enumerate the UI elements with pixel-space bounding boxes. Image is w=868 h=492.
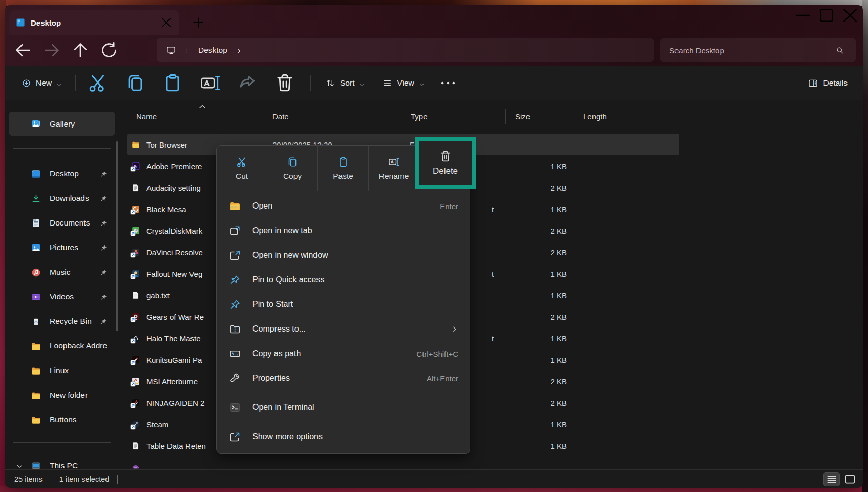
- sidebar-item-linux[interactable]: Linux: [9, 358, 115, 383]
- details-button-label: Details: [823, 78, 848, 88]
- tab-title: Desktop: [31, 18, 160, 27]
- forward-button[interactable]: [41, 40, 62, 60]
- sidebar-item-label: Linux: [50, 366, 115, 375]
- properties-icon: [229, 372, 241, 384]
- breadcrumb-segment[interactable]: Desktop: [197, 46, 228, 55]
- file-name: DaVinci Resolve: [146, 248, 203, 257]
- context-menu-item-compress-to[interactable]: Compress to...: [217, 317, 470, 341]
- chevron-down-icon[interactable]: [16, 463, 23, 469]
- context-menu-item-open[interactable]: OpenEnter: [217, 194, 470, 218]
- column-separator[interactable]: [679, 109, 679, 124]
- context-menu-item-show-more-options[interactable]: Show more options: [217, 424, 470, 449]
- details-view-button[interactable]: [824, 473, 839, 486]
- file-name: Gears of War Re: [146, 313, 204, 321]
- large-icons-view-button[interactable]: [842, 473, 858, 486]
- sidebar-item-music[interactable]: Music: [9, 260, 115, 284]
- sidebar-item-new-folder[interactable]: New folder: [9, 383, 115, 407]
- menu-item-shortcut: Ctrl+Shift+C: [416, 350, 458, 358]
- sidebar-item-desktop[interactable]: Desktop: [9, 161, 115, 186]
- sidebar-item-buttons[interactable]: Buttons: [9, 407, 115, 432]
- quick-action-rename[interactable]: Rename: [368, 146, 419, 191]
- toolbar-separator: [75, 75, 76, 91]
- quick-action-paste[interactable]: Paste: [317, 146, 368, 191]
- context-menu-item-open-in-terminal[interactable]: Open in Terminal: [217, 395, 470, 420]
- sidebar-item-pictures[interactable]: Pictures: [9, 235, 115, 260]
- file-name: Table Data Reten: [146, 442, 206, 450]
- open-in-terminal-icon: [229, 401, 241, 414]
- context-menu-item-copy-as-path[interactable]: Copy as pathCtrl+Shift+C: [217, 341, 470, 366]
- column-header-length[interactable]: Length: [574, 106, 679, 127]
- menu-item-label: Open in new window: [252, 251, 328, 260]
- new-button[interactable]: New: [15, 72, 68, 94]
- sidebar-item-downloads[interactable]: Downloads: [9, 186, 115, 211]
- quick-action-cut[interactable]: Cut: [217, 146, 267, 191]
- pinned-icon: [100, 244, 108, 252]
- menu-item-label: Open: [252, 201, 272, 211]
- more-options-button[interactable]: [438, 73, 458, 93]
- quick-action-label: Copy: [283, 172, 302, 181]
- explorer-tab-desktop[interactable]: Desktop: [9, 10, 179, 35]
- sort-icon: [325, 78, 335, 88]
- show-more-options-icon: [229, 430, 241, 443]
- view-icon: [382, 78, 392, 88]
- column-header-type[interactable]: Type: [401, 106, 506, 127]
- file-name: Tor Browser: [146, 140, 187, 149]
- quick-action-copy[interactable]: Copy: [267, 146, 317, 191]
- menu-item-label: Pin to Quick access: [252, 275, 325, 284]
- context-menu-item-open-in-new-window[interactable]: Open in new window: [217, 243, 470, 268]
- sidebar-item-label: Downloads: [50, 194, 100, 203]
- sidebar-item-label: Videos: [50, 292, 100, 301]
- sidebar-item-gallery[interactable]: Gallery: [9, 112, 115, 136]
- context-menu-item-pin-to-quick-access[interactable]: Pin to Quick access: [217, 268, 470, 292]
- details-button[interactable]: Details: [801, 72, 854, 94]
- chevron-right-icon: [236, 47, 242, 54]
- sidebar-item-loopback-addre[interactable]: Loopback Addre: [9, 334, 115, 358]
- context-menu-item-properties[interactable]: PropertiesAlt+Enter: [217, 366, 470, 391]
- delete-highlight-box[interactable]: Delete: [415, 137, 476, 189]
- sort-button[interactable]: Sort: [319, 72, 371, 94]
- sidebar-scrollbar[interactable]: [116, 141, 118, 331]
- paste-button[interactable]: [161, 72, 184, 94]
- shortcut-overlay-icon: [131, 231, 135, 236]
- new-tab-button[interactable]: [190, 15, 206, 30]
- column-header-size[interactable]: Size: [506, 106, 574, 127]
- titlebar: Desktop: [5, 5, 863, 35]
- sort-ascending-icon: [199, 102, 206, 107]
- copy-button[interactable]: [124, 72, 146, 94]
- file-name: Halo The Maste: [146, 334, 201, 343]
- menu-item-label: Compress to...: [252, 324, 306, 334]
- tab-close-icon[interactable]: [160, 16, 173, 29]
- sidebar-item-documents[interactable]: Documents: [9, 211, 115, 235]
- file-size: 2 KB: [506, 227, 574, 235]
- minimize-button[interactable]: [791, 5, 815, 26]
- search-box[interactable]: Search Desktop: [660, 38, 856, 62]
- file-name: CrystalDiskMark: [146, 227, 202, 235]
- column-header-date[interactable]: Date: [263, 106, 401, 127]
- buttons-folder-icon: [31, 415, 41, 425]
- breadcrumb[interactable]: Desktop: [157, 38, 654, 62]
- sidebar-item-videos[interactable]: Videos: [9, 284, 115, 309]
- back-button[interactable]: [13, 40, 33, 60]
- chevron-down-icon: [359, 80, 365, 86]
- close-button[interactable]: [838, 5, 862, 26]
- sidebar-item-label: Buttons: [50, 415, 115, 424]
- up-button[interactable]: [70, 40, 91, 60]
- pictures-folder-icon: [31, 242, 41, 253]
- sidebar-item-recycle-bin[interactable]: Recycle Bin: [9, 309, 115, 334]
- open-icon: [229, 200, 241, 212]
- column-header-name[interactable]: Name: [127, 106, 263, 127]
- share-button[interactable]: [236, 72, 259, 94]
- delete-button[interactable]: [273, 72, 296, 94]
- pin-to-quick-access-icon: [229, 274, 241, 286]
- context-menu-item-pin-to-start[interactable]: Pin to Start: [217, 292, 470, 317]
- rename-button[interactable]: [199, 72, 221, 94]
- refresh-button[interactable]: [99, 40, 119, 60]
- view-button[interactable]: View: [376, 72, 430, 94]
- cut-button[interactable]: [87, 72, 109, 94]
- menu-item-label: Open in new tab: [252, 226, 312, 235]
- maximize-button[interactable]: [815, 5, 838, 26]
- shortcut-overlay-icon: [131, 253, 135, 257]
- menu-item-label: Properties: [252, 374, 290, 383]
- context-menu-item-open-in-new-tab[interactable]: Open in new tab: [217, 218, 470, 243]
- paste-icon: [337, 156, 349, 168]
